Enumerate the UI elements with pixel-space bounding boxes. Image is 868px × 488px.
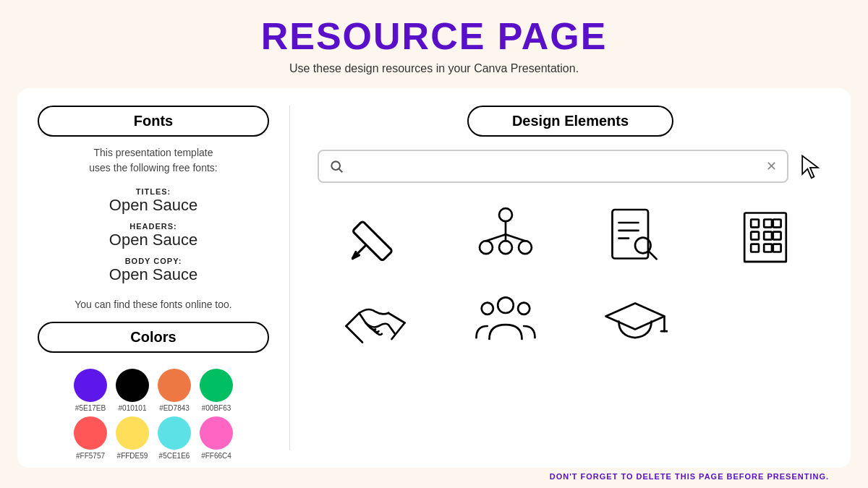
svg-rect-30 bbox=[764, 244, 772, 252]
color-hex-cyan: #5CE1E6 bbox=[159, 452, 190, 460]
svg-rect-29 bbox=[751, 244, 759, 252]
design-elements-label: Design Elements bbox=[467, 106, 673, 137]
color-swatches: #5E17EB #010101 #ED7843 #00BF63 bbox=[74, 369, 233, 460]
svg-point-36 bbox=[498, 297, 514, 313]
right-panel: Design Elements ✕ bbox=[310, 106, 830, 450]
font-name-titles: Open Sauce bbox=[109, 196, 197, 215]
icon-cell-hierarchy bbox=[441, 197, 571, 274]
color-swatch-cyan: #5CE1E6 bbox=[158, 416, 191, 460]
color-swatch-red: #FF5757 bbox=[74, 416, 107, 460]
search-input[interactable] bbox=[351, 159, 759, 174]
icon-cell-building bbox=[700, 197, 830, 274]
font-entry-headers: HEADERS: Open Sauce bbox=[109, 222, 197, 249]
svg-line-34 bbox=[346, 326, 362, 343]
svg-line-9 bbox=[486, 234, 506, 241]
group-icon bbox=[473, 287, 538, 352]
svg-line-3 bbox=[356, 246, 366, 256]
svg-line-20 bbox=[649, 252, 657, 260]
main-card: Fonts This presentation templateuses the… bbox=[17, 88, 851, 468]
color-circle-yellow bbox=[116, 416, 149, 450]
font-entry-titles: TITLES: Open Sauce bbox=[109, 187, 197, 215]
building-icon bbox=[733, 203, 798, 268]
color-hex-orange: #ED7843 bbox=[159, 404, 190, 412]
icon-cell-group bbox=[441, 281, 571, 358]
color-swatch-black: #010101 bbox=[116, 369, 149, 412]
search-icon bbox=[329, 159, 344, 174]
search-row: ✕ bbox=[310, 150, 830, 183]
fonts-description: This presentation templateuses the follo… bbox=[89, 145, 217, 176]
icon-cell-pencil bbox=[310, 197, 441, 274]
svg-line-32 bbox=[346, 313, 359, 326]
pencil-icon bbox=[343, 203, 408, 268]
color-circle-purple bbox=[74, 369, 107, 402]
color-swatch-purple: #5E17EB bbox=[74, 369, 107, 412]
color-swatch-yellow: #FFDE59 bbox=[116, 416, 149, 460]
svg-point-37 bbox=[481, 303, 493, 314]
search-box[interactable]: ✕ bbox=[318, 150, 788, 183]
color-circle-green bbox=[200, 369, 233, 402]
svg-marker-2 bbox=[802, 156, 818, 179]
color-circle-black bbox=[116, 369, 149, 402]
svg-rect-26 bbox=[751, 232, 759, 240]
color-hex-red: #FF5757 bbox=[76, 452, 105, 460]
color-circle-pink bbox=[200, 416, 233, 450]
color-circle-red bbox=[74, 416, 107, 450]
svg-rect-27 bbox=[764, 232, 772, 240]
svg-point-14 bbox=[519, 241, 532, 254]
svg-marker-39 bbox=[606, 304, 665, 330]
footer-note: DON'T FORGET TO DELETE THIS PAGE BEFORE … bbox=[17, 468, 851, 481]
svg-line-33 bbox=[388, 313, 405, 323]
svg-point-12 bbox=[480, 241, 493, 254]
panel-divider bbox=[289, 106, 290, 450]
page-title: RESOURCE PAGE bbox=[261, 14, 608, 58]
color-hex-black: #010101 bbox=[119, 404, 147, 412]
handshake-icon bbox=[343, 287, 408, 352]
color-hex-purple: #5E17EB bbox=[75, 404, 106, 412]
svg-point-13 bbox=[499, 241, 512, 254]
colors-label: Colors bbox=[38, 322, 269, 353]
color-hex-yellow: #FFDE59 bbox=[117, 452, 148, 460]
svg-rect-28 bbox=[773, 232, 781, 240]
svg-rect-25 bbox=[773, 220, 781, 228]
svg-point-38 bbox=[518, 303, 529, 314]
fonts-online-text: You can find these fonts online too. bbox=[75, 299, 231, 310]
svg-point-7 bbox=[499, 208, 512, 221]
font-label-titles: TITLES: bbox=[109, 187, 197, 196]
svg-point-0 bbox=[331, 161, 340, 170]
color-swatch-green: #00BF63 bbox=[200, 369, 233, 412]
colors-section: Colors #5E17EB #010101 #ED7843 bbox=[38, 322, 269, 460]
left-panel: Fonts This presentation templateuses the… bbox=[38, 106, 269, 450]
color-hex-green: #00BF63 bbox=[202, 404, 231, 412]
icon-cell-handshake bbox=[310, 281, 441, 358]
color-row-2: #FF5757 #FFDE59 #5CE1E6 #FF66C4 bbox=[74, 416, 233, 460]
fonts-label: Fonts bbox=[38, 106, 269, 137]
icon-cell-graduation-cap bbox=[571, 281, 701, 358]
svg-rect-31 bbox=[773, 244, 781, 252]
svg-line-11 bbox=[506, 234, 525, 241]
font-name-body: Open Sauce bbox=[109, 265, 197, 284]
font-label-headers: HEADERS: bbox=[109, 222, 197, 231]
icon-cell-empty bbox=[700, 281, 830, 358]
graduation-cap-icon bbox=[603, 287, 668, 352]
font-entry-body: BODY COPY: Open Sauce bbox=[109, 257, 197, 284]
color-circle-cyan bbox=[158, 416, 191, 450]
clear-search-icon[interactable]: ✕ bbox=[766, 158, 777, 174]
page-subtitle: Use these design resources in your Canva… bbox=[289, 62, 579, 75]
svg-line-1 bbox=[339, 169, 343, 173]
icons-grid bbox=[310, 197, 830, 358]
svg-rect-15 bbox=[613, 210, 649, 259]
color-hex-pink: #FF66C4 bbox=[201, 452, 231, 460]
svg-rect-23 bbox=[751, 220, 759, 228]
document-search-icon bbox=[603, 203, 668, 268]
color-swatch-orange: #ED7843 bbox=[158, 369, 191, 412]
svg-rect-24 bbox=[764, 220, 772, 228]
icon-cell-document-search bbox=[571, 197, 701, 274]
color-row-1: #5E17EB #010101 #ED7843 #00BF63 bbox=[74, 369, 233, 412]
color-swatch-pink: #FF66C4 bbox=[200, 416, 233, 460]
cursor-icon bbox=[797, 153, 823, 179]
color-circle-orange bbox=[158, 369, 191, 402]
font-label-body: BODY COPY: bbox=[109, 257, 197, 265]
hierarchy-icon bbox=[473, 203, 538, 268]
font-name-headers: Open Sauce bbox=[109, 231, 197, 249]
